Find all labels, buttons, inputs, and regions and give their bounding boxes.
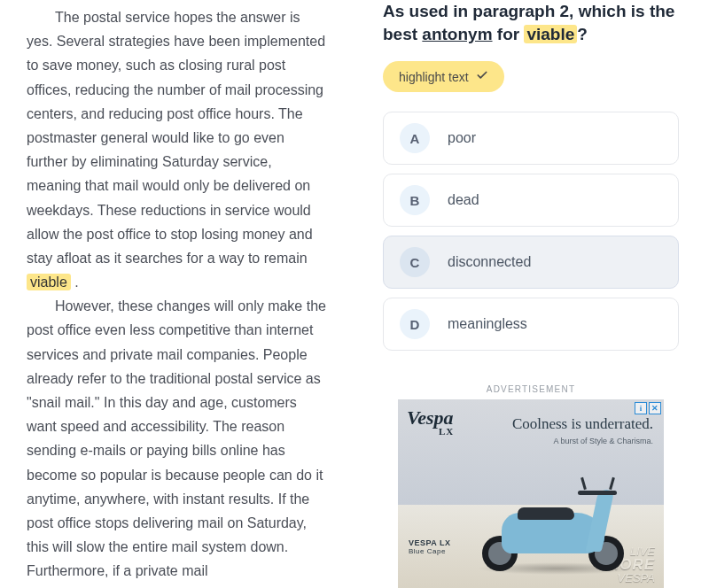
choice-letter: A <box>400 123 430 153</box>
question-underlined-word: antonym <box>422 25 492 43</box>
choice-text: poor <box>448 130 476 146</box>
highlight-text-chip[interactable]: highlight text <box>383 61 504 92</box>
scooter-illustration <box>482 474 624 571</box>
question-stem: As used in paragraph 2, which is the bes… <box>383 0 679 45</box>
advertisement-banner[interactable]: i ✕ Vespa LX Coolness is underrated. A b… <box>398 399 664 588</box>
question-mid: for <box>493 25 525 43</box>
choice-text: meaningless <box>448 316 527 332</box>
choice-c[interactable]: C disconnected <box>383 236 679 289</box>
p2-text-after: . <box>71 275 79 290</box>
highlighted-word-viable: viable <box>27 274 71 290</box>
passage-paragraph-3: However, these changes will only make th… <box>27 294 328 583</box>
ad-brand-sub: LX <box>439 426 454 437</box>
ad-brand: Vespa LX <box>407 406 454 437</box>
choice-b[interactable]: B dead <box>383 174 679 227</box>
question-panel: As used in paragraph 2, which is the bes… <box>354 0 709 588</box>
ad-info-icon[interactable]: i <box>635 402 647 414</box>
choice-a[interactable]: A poor <box>383 112 679 165</box>
ad-headline: Coolness is underrated. <box>512 415 653 433</box>
ad-tagline: A burst of Style & Charisma. <box>553 437 653 445</box>
choice-d[interactable]: D meaningless <box>383 298 679 351</box>
chip-label: highlight text <box>399 70 469 84</box>
advertisement-label: ADVERTISEMENT <box>383 384 679 394</box>
passage-paragraph-2: The postal service hopes the answer is y… <box>27 5 328 294</box>
ad-model-color: Blue Cape <box>409 547 451 555</box>
choice-letter: C <box>400 247 430 277</box>
check-icon <box>476 69 488 84</box>
question-suffix: ? <box>577 25 588 43</box>
ad-model-name: VESPA LX <box>409 538 451 547</box>
choice-text: dead <box>448 192 479 208</box>
choice-letter: D <box>400 309 430 339</box>
answer-choices: A poor B dead C disconnected D meaningle… <box>383 112 679 351</box>
reading-passage: The postal service hopes the answer is y… <box>0 0 354 588</box>
ad-controls: i ✕ <box>635 402 661 414</box>
choice-text: disconnected <box>448 254 531 270</box>
ad-model: VESPA LX Blue Cape <box>409 538 451 555</box>
ad-close-icon[interactable]: ✕ <box>649 402 661 414</box>
choice-letter: B <box>400 185 430 215</box>
question-highlighted-word: viable <box>524 25 577 43</box>
p2-text-before: The postal service hopes the answer is y… <box>27 10 325 266</box>
